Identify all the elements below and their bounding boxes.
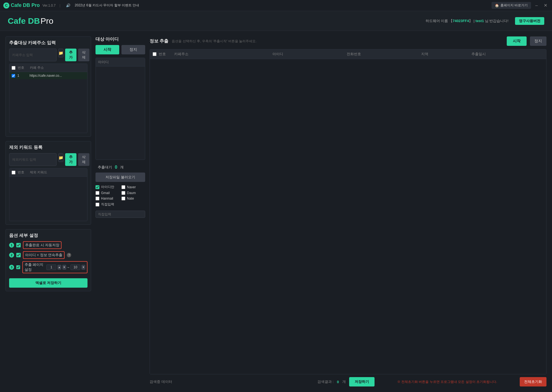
header-logo: Cafe DBPro: [8, 16, 53, 26]
id-only-label: 아이디만: [101, 185, 114, 189]
id-area: 아이디: [95, 58, 145, 160]
middle-panel: 대상 아이디 시작 정지 아이디 추출대기 0 개 저장파일 불러오기 아이디만…: [95, 36, 145, 386]
hardware-id: 74023FF4: [453, 19, 469, 23]
option-1-label: 추출완료 시 자동저장: [23, 241, 62, 249]
load-file-button[interactable]: 저장파일 불러오기: [95, 173, 145, 182]
home-button[interactable]: 🏠 홈페이지 바로가기: [492, 2, 531, 9]
daum-label: Daum: [127, 191, 136, 195]
keyword-folder-button[interactable]: 📁: [58, 153, 63, 162]
keyword-table-header: 번호 제외 키워드: [9, 168, 87, 177]
keyword-table: 번호 제외 키워드: [9, 168, 87, 221]
minimize-button[interactable]: –: [533, 2, 540, 9]
result-select-all-checkbox[interactable]: [153, 52, 156, 56]
checkbox-naver: Naver: [121, 185, 145, 189]
result-table: 번호 카페주소 아이디 전화번호 지역 추출일시: [150, 49, 546, 374]
keyword-input[interactable]: [9, 153, 57, 166]
cafe-section-title: 추출대상 카페주소 입력: [9, 40, 87, 46]
volume-icon: 🔊: [66, 3, 70, 7]
checkbox-nate: Nate: [121, 197, 145, 200]
daum-checkbox[interactable]: [121, 191, 125, 195]
main-content: 추출대상 카페주소 입력 📁 추가 삭제 번호 카페 주소 1 https:/: [0, 31, 552, 392]
nate-checkbox[interactable]: [121, 197, 125, 200]
email-type-checkboxes: 아이디만 Naver Gmail Daum Hanmail Nate: [95, 185, 145, 207]
app-version: Ver.1.0.7: [43, 4, 55, 7]
result-table-header: 번호 카페주소 아이디 전화번호 지역 추출일시: [150, 49, 546, 59]
result-unit: 개: [342, 379, 346, 384]
header: Cafe DBPro 하드웨어 이름 【74023FF4】 | test1 님 …: [0, 11, 552, 31]
cafe-add-button[interactable]: 추가: [65, 49, 76, 61]
direct-input-field[interactable]: [95, 211, 145, 218]
app-logo: C Cafe DB Pro: [3, 2, 40, 9]
header-info: 하드웨어 이름 【74023FF4】 | test1 님 반갑습니다!: [426, 18, 508, 23]
option-3-checkbox[interactable]: [16, 265, 20, 269]
close-button[interactable]: ✕: [542, 2, 549, 9]
page-to-input[interactable]: [70, 264, 80, 270]
queue-unit: 개: [120, 165, 124, 170]
extract-hint: 옵션을 선택하신 후, 우측의 '추출시작' 버튼을 눌러주세요.: [172, 39, 503, 44]
excel-save-button[interactable]: 엑셀로 저장하기: [9, 278, 87, 288]
page-range: 추출 페이지 설정 ▲ ▼ ~ ▼: [22, 261, 87, 273]
result-col-id: 아이디: [272, 52, 344, 57]
version-badge: 영구사용버전: [515, 17, 544, 25]
window-controls: 🏠 홈페이지 바로가기 – ✕: [492, 2, 549, 9]
target-stop-button[interactable]: 정지: [121, 45, 145, 54]
welcome-text: 님 반갑습니다!: [484, 19, 508, 23]
help-icon[interactable]: ?: [67, 253, 71, 257]
cafe-row-checkbox[interactable]: [12, 74, 15, 78]
cafe-table-header: 번호 카페 주소: [9, 64, 87, 72]
option-2-checkbox[interactable]: [16, 253, 21, 257]
keyword-section-title: 제외 키워드 등록: [9, 145, 87, 150]
logo-db: DB: [28, 16, 40, 25]
middle-action-buttons: 시작 정지: [95, 45, 145, 54]
checkbox-gmail: Gmail: [95, 191, 119, 195]
keyword-add-button[interactable]: 추가: [65, 153, 76, 166]
result-count: 0: [337, 380, 339, 384]
hanmail-checkbox[interactable]: [95, 197, 99, 200]
result-col-date: 추출일시: [471, 52, 543, 57]
keyword-section: 제외 키워드 등록 📁 추가 삭제 번호 제외 키워드: [6, 141, 91, 225]
titlebar: C Cafe DB Pro Ver.1.0.7 | 🔊 2022년 6월 카드사…: [0, 0, 552, 11]
direct-input-row: [95, 210, 145, 218]
page-to-arrow[interactable]: ▼: [81, 265, 85, 270]
logo-icon: C: [3, 2, 9, 9]
extract-header: 정보 추출 옵션을 선택하신 후, 우측의 '추출시작' 버튼을 눌러주세요. …: [150, 36, 546, 46]
result-label: 검색결과 :: [317, 379, 334, 384]
id-only-checkbox[interactable]: [95, 185, 99, 189]
page-from-up-arrow[interactable]: ▲: [57, 265, 61, 270]
cafe-url-input[interactable]: [9, 49, 57, 61]
hardware-label: 하드웨어 이름 【: [426, 19, 453, 23]
naver-checkbox[interactable]: [121, 185, 125, 189]
checkbox-hanmail: Hanmail: [95, 197, 119, 200]
keyword-col-no: 번호: [18, 170, 28, 175]
keyword-delete-button[interactable]: 삭제: [78, 153, 89, 166]
option-1-number: 1: [9, 243, 14, 248]
direct-input-checkbox[interactable]: [95, 203, 99, 206]
extract-start-button[interactable]: 시작: [507, 36, 527, 46]
page-from-down-arrow[interactable]: ▼: [62, 265, 66, 270]
cafe-select-all-checkbox[interactable]: [12, 66, 15, 70]
option-1-checkbox[interactable]: [16, 243, 21, 247]
nate-label: Nate: [127, 197, 134, 200]
keyword-select-all-checkbox[interactable]: [12, 171, 15, 174]
cafe-col-no: 번호: [18, 65, 28, 70]
result-col-url: 카페주소: [174, 52, 270, 57]
result-col-phone: 전화번호: [347, 52, 419, 57]
page-from-input[interactable]: [46, 264, 56, 270]
direct-input-label: 직접입력: [101, 202, 114, 207]
cafe-row-no: 1: [17, 74, 27, 78]
gmail-checkbox[interactable]: [95, 191, 99, 195]
queue-row: 추출대기 0 개: [95, 162, 145, 173]
cafe-folder-button[interactable]: 📁: [58, 49, 63, 57]
target-start-button[interactable]: 시작: [95, 45, 119, 54]
checkbox-daum: Daum: [121, 191, 145, 195]
reset-button[interactable]: 전체초기화: [520, 377, 546, 386]
options-title: 옵션 세부 설정: [9, 233, 87, 239]
app-name: Cafe DB Pro: [11, 2, 40, 8]
option-2-label: 아이디 + 정보 연속추출: [23, 251, 65, 259]
cafe-delete-button[interactable]: 삭제: [78, 49, 89, 61]
save-button[interactable]: 저장하기: [349, 377, 375, 386]
cafe-row-url: https://cafe.naver.co...: [30, 74, 85, 78]
username: test1: [476, 19, 484, 23]
extract-stop-button[interactable]: 정지: [530, 36, 546, 46]
option-3-number: 3: [9, 265, 14, 270]
